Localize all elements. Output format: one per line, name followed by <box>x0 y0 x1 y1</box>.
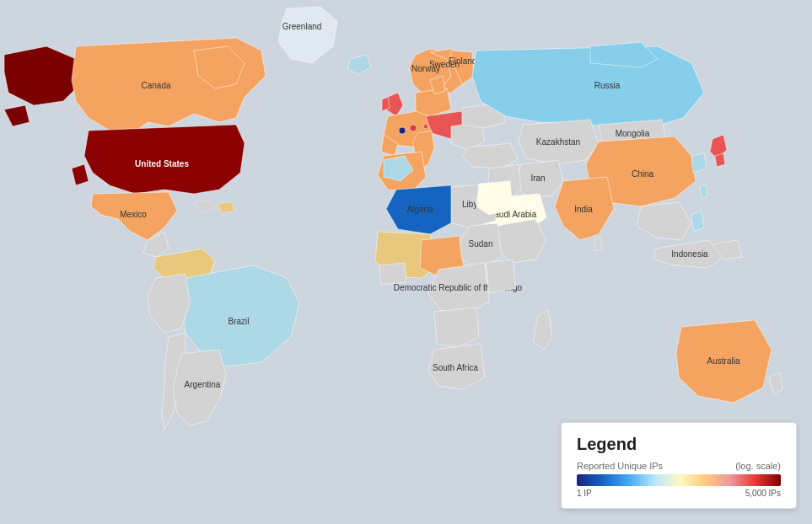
svg-point-2 <box>410 125 417 131</box>
legend-subtitle-left: Reported Unique IPs <box>577 461 663 471</box>
legend-gradient <box>577 474 781 486</box>
legend-label-max: 5,000 IPs <box>745 489 781 498</box>
svg-point-1 <box>399 127 406 134</box>
legend-subtitle: Reported Unique IPs (log. scale) <box>577 461 781 471</box>
legend-title: Legend <box>577 435 781 454</box>
legend-labels: 1 IP 5,000 IPs <box>577 489 781 498</box>
legend-label-min: 1 IP <box>577 489 592 498</box>
legend-subtitle-right: (log. scale) <box>735 461 781 471</box>
map-container: Greenland Canada United States Mexico Br… <box>0 0 812 524</box>
legend-box: Legend Reported Unique IPs (log. scale) … <box>561 422 797 509</box>
svg-point-3 <box>423 124 428 129</box>
